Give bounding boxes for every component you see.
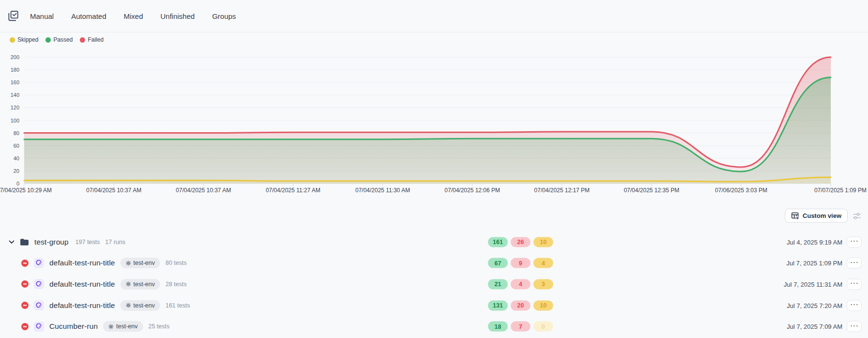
failed-badge: 9 (511, 258, 530, 268)
svg-text:07/04/2025 10:29 AM: 07/04/2025 10:29 AM (0, 187, 52, 194)
failed-badge: 26 (511, 237, 530, 247)
skipped-badge: 3 (533, 279, 553, 289)
result-badges: 21 4 3 (488, 279, 553, 289)
failed-badge: 4 (511, 279, 530, 289)
test-run-row[interactable]: default-test-run-title test-env 161 test… (0, 295, 868, 316)
folder-icon (20, 238, 29, 246)
skipped-badge: 10 (533, 300, 553, 310)
tab-unfinished[interactable]: Unfinished (161, 12, 195, 20)
svg-text:160: 160 (11, 79, 19, 85)
run-title[interactable]: Cucumber-run (49, 322, 98, 331)
tests-count: 161 tests (165, 302, 190, 309)
chevron-down-icon[interactable] (9, 240, 15, 244)
row-main: Cucumber-run test-env 25 tests (0, 321, 170, 332)
environment-label: test-env (133, 281, 155, 288)
run-title[interactable]: default-test-run-title (49, 280, 115, 289)
tab-manual[interactable]: Manual (30, 12, 54, 20)
result-badges: 161 26 10 (488, 237, 553, 247)
list-toolbar: Custom view (785, 209, 862, 223)
svg-text:120: 120 (11, 105, 19, 110)
custom-view-label: Custom view (803, 212, 841, 219)
row-main: test-group 197 tests 17 runs (0, 238, 125, 246)
tab-groups[interactable]: Groups (212, 12, 236, 20)
svg-text:20: 20 (14, 168, 19, 174)
results-area-chart: 02040608010012014016018020007/04/2025 10… (0, 46, 868, 197)
custom-view-button[interactable]: Custom view (785, 209, 848, 223)
row-main: default-test-run-title test-env 161 test… (0, 300, 190, 311)
row-main: default-test-run-title test-env 28 tests (0, 279, 187, 290)
run-title[interactable]: default-test-run-title (49, 259, 115, 267)
sliders-icon[interactable] (852, 212, 862, 220)
failed-badge: 20 (511, 300, 530, 310)
skipped-dot-icon (10, 37, 15, 43)
environment-badge: test-env (120, 279, 160, 290)
svg-text:0: 0 (16, 181, 19, 186)
timestamp: Jul 7, 2025 11:31 AM (784, 280, 842, 288)
environment-label: test-env (116, 323, 137, 330)
passed-badge: 67 (488, 258, 508, 268)
custom-view-icon (791, 212, 799, 220)
legend-item-failed: Failed (80, 36, 103, 43)
svg-text:07/04/2025 11:30 AM: 07/04/2025 11:30 AM (355, 187, 410, 194)
legend-label: Passed (53, 36, 73, 43)
passed-badge: 131 (488, 300, 508, 310)
environment-label: test-env (133, 302, 155, 309)
test-run-row[interactable]: default-test-run-title test-env 28 tests… (0, 274, 868, 295)
tab-automated[interactable]: Automated (71, 12, 106, 20)
row-main: default-test-run-title test-env 80 tests (0, 258, 187, 268)
failed-dot-icon (80, 37, 85, 43)
svg-text:200: 200 (11, 54, 19, 60)
skipped-badge: 10 (533, 237, 553, 247)
passed-badge: 18 (488, 322, 508, 332)
tests-count: 25 tests (148, 323, 170, 330)
tab-mixed[interactable]: Mixed (124, 12, 143, 20)
test-run-row[interactable]: default-test-run-title test-env 80 tests… (0, 253, 868, 274)
group-row[interactable]: test-group 197 tests 17 runs 161 26 10 J… (0, 231, 868, 253)
row-menu-button[interactable]: ··· (847, 236, 862, 247)
automation-run-icon (34, 300, 44, 310)
timestamp: Jul 7, 2025 7:09 AM (787, 323, 842, 330)
result-badges: 131 20 10 (488, 300, 553, 310)
run-title[interactable]: test-group (34, 238, 69, 246)
svg-text:80: 80 (14, 130, 19, 136)
timestamp: Jul 7, 2025 7:20 AM (787, 302, 842, 309)
stop-icon (21, 280, 29, 288)
copy-check-icon[interactable] (7, 10, 19, 22)
row-menu-button[interactable]: ··· (847, 321, 862, 332)
gear-icon (126, 261, 131, 266)
svg-text:100: 100 (11, 118, 19, 123)
skipped-badge: 4 (533, 258, 553, 268)
test-run-row[interactable]: Cucumber-run test-env 25 tests 18 7 0 Ju… (0, 316, 868, 337)
svg-text:60: 60 (14, 143, 19, 149)
passed-badge: 21 (488, 279, 508, 289)
row-menu-button[interactable]: ··· (847, 278, 862, 290)
passed-dot-icon (45, 37, 51, 43)
legend-item-skipped: Skipped (10, 36, 38, 43)
legend-label: Failed (88, 36, 103, 43)
result-badges: 18 7 0 (488, 322, 553, 332)
timestamp: Jul 4, 2025 9:19 AM (787, 238, 842, 246)
row-right: Jul 4, 2025 9:19 AM ··· (787, 236, 862, 247)
top-tab-bar: Manual Automated Mixed Unfinished Groups (0, 0, 868, 32)
automation-run-icon (34, 322, 44, 332)
svg-text:07/06/2025 3:03 PM: 07/06/2025 3:03 PM (715, 187, 767, 194)
timestamp: Jul 7, 2025 1:09 PM (786, 260, 842, 267)
environment-badge: test-env (120, 258, 160, 268)
svg-text:07/04/2025 12:06 PM: 07/04/2025 12:06 PM (444, 187, 500, 194)
environment-label: test-env (133, 260, 155, 266)
test-runs-list: test-group 197 tests 17 runs 161 26 10 J… (0, 231, 868, 337)
stop-icon (21, 260, 29, 267)
row-right: Jul 7, 2025 1:09 PM ··· (786, 258, 862, 269)
test-runs-page: { "header": { "tabs": [ {"label": "Manua… (0, 0, 868, 338)
svg-text:07/04/2025 10:37 AM: 07/04/2025 10:37 AM (176, 187, 231, 194)
stop-icon (21, 323, 29, 330)
automation-run-icon (34, 258, 44, 268)
gear-icon (108, 324, 114, 329)
row-right: Jul 7, 2025 11:31 AM ··· (784, 278, 862, 290)
row-menu-button[interactable]: ··· (847, 300, 862, 311)
tests-count: 197 tests (75, 239, 100, 246)
row-menu-button[interactable]: ··· (847, 258, 862, 269)
skipped-badge: 0 (533, 322, 553, 332)
svg-text:40: 40 (14, 155, 19, 161)
run-title[interactable]: default-test-run-title (49, 301, 115, 310)
